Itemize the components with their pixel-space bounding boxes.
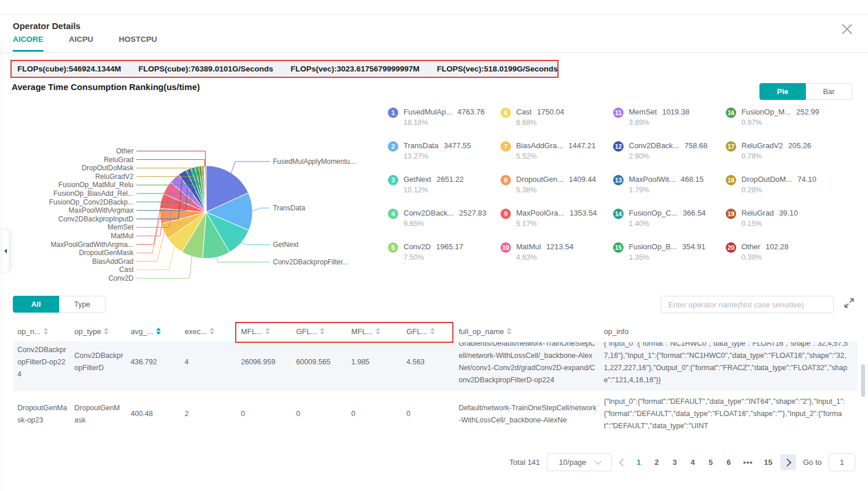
sort-up-caret — [320, 328, 325, 331]
legend-item[interactable]: 19ReluGrad39.100.15% — [726, 208, 859, 242]
column-header-op_n[interactable]: op_n... — [17, 327, 74, 336]
close-icon[interactable] — [840, 22, 854, 36]
legend-item[interactable]: 2TransData3477.5513.27% — [388, 141, 500, 174]
tab-aicpu[interactable]: AICPU — [69, 35, 93, 52]
legend-value: 354.91 — [682, 242, 705, 251]
legend-item[interactable]: 1FusedMulAp...4763.7618.18% — [388, 107, 500, 141]
page-ellipsis: ••• — [743, 458, 753, 467]
legend-item[interactable]: 20Other102.280.39% — [726, 242, 859, 275]
legend-name: MaxPoolWit... — [629, 175, 675, 184]
legend-rank-badge: 10 — [500, 242, 511, 253]
pie-chart[interactable]: OtherReluGradDropOutDoMaskReluGradV2Fusi… — [6, 102, 383, 293]
goto-page-input[interactable] — [829, 453, 855, 471]
search-input[interactable] — [661, 296, 834, 313]
pie-label-line — [136, 256, 192, 278]
sort-icon[interactable] — [104, 328, 109, 335]
sort-icon[interactable] — [210, 328, 214, 335]
tab-hostcpu[interactable]: HOSTCPU — [119, 35, 157, 52]
legend-item[interactable]: 10MatMul1213.544.63% — [500, 242, 613, 275]
table-scrollbar[interactable] — [861, 364, 865, 397]
sort-icon[interactable] — [430, 328, 435, 335]
page-number-6[interactable]: 6 — [725, 458, 732, 467]
legend-text: DropOutDoM...74.100.28% — [741, 174, 816, 194]
flops-item: FLOPS(vec):518.0199G/Seconds — [437, 64, 558, 73]
column-header-exec[interactable]: exec... — [185, 327, 241, 336]
legend-item[interactable]: 16FusionOp_M...252.990.97% — [726, 107, 859, 141]
pie-label: Other — [116, 147, 134, 155]
legend-item[interactable]: 14FusionOp_C...366.541.40% — [613, 208, 726, 242]
cell: 60009.565 — [296, 356, 351, 368]
column-header-avg_[interactable]: avg_... — [131, 327, 185, 336]
legend-item[interactable]: 18DropOutDoM...74.100.28% — [726, 174, 859, 208]
page-number-2[interactable]: 2 — [653, 458, 660, 467]
legend-text: FusionOp_B...354.911.35% — [629, 242, 705, 261]
legend-name-value: MatMul1213.54 — [516, 242, 574, 252]
page-size-select[interactable]: 10/page — [547, 453, 612, 471]
legend-item[interactable]: 17ReluGradV2205.260.78% — [726, 141, 859, 174]
chart-pie-button[interactable]: Pie — [759, 83, 806, 100]
legend-item[interactable]: 15FusionOp_B...354.911.35% — [613, 242, 726, 275]
fullscreen-icon[interactable] — [844, 298, 854, 308]
page-number-3[interactable]: 3 — [671, 458, 678, 467]
legend-item[interactable]: 5Conv2D1965.177.50% — [388, 242, 500, 275]
page-number-1[interactable]: 1 — [635, 458, 642, 467]
sort-icon[interactable] — [320, 328, 325, 335]
legend-item[interactable]: 6Cast1750.046.68% — [500, 107, 613, 141]
cell: Gradients/Default/network-TrainOneStepCe… — [459, 342, 604, 386]
legend-item[interactable]: 13MaxPoolWit...468.151.79% — [613, 174, 726, 208]
page-number-5[interactable]: 5 — [707, 458, 714, 467]
sort-icon[interactable] — [156, 328, 161, 335]
legend-percent: 5.52% — [516, 152, 596, 160]
legend-item[interactable]: 3GetNext2651.2210.12% — [388, 174, 500, 208]
legend-name: Cast — [516, 107, 532, 116]
legend-name: DropOutDoM... — [741, 175, 792, 184]
legend-value: 39.10 — [779, 209, 798, 217]
legend-percent: 5.38% — [516, 186, 596, 194]
legend-item[interactable]: 8DropoutGen...1409.445.38% — [500, 174, 613, 208]
filter-all-button[interactable]: All — [13, 296, 59, 313]
filter-type-button[interactable]: Type — [59, 296, 106, 313]
next-page-button[interactable] — [780, 454, 796, 470]
cell: 26096.959 — [241, 356, 296, 368]
page-number-15[interactable]: 15 — [764, 458, 772, 467]
sort-down-caret — [156, 332, 161, 335]
sort-icon[interactable] — [507, 328, 512, 335]
legend-item[interactable]: 4Conv2DBack...2527.839.65% — [388, 208, 500, 242]
legend-column: 6Cast1750.046.68%7BiasAddGra...1447.215.… — [500, 107, 613, 275]
page-number-4[interactable]: 4 — [689, 458, 696, 467]
sort-down-caret — [320, 332, 325, 335]
sort-icon[interactable] — [44, 328, 48, 335]
column-header-op_type[interactable]: op_type — [74, 327, 131, 336]
column-header-MFL[interactable]: MFL... — [351, 327, 406, 336]
goto-label: Go to — [803, 458, 822, 467]
legend-value: 1750.04 — [537, 107, 564, 116]
prev-page-button[interactable] — [619, 460, 627, 465]
chart-bar-button[interactable]: Bar — [806, 83, 852, 100]
legend-rank-badge: 20 — [726, 242, 736, 253]
legend-item[interactable]: 12Conv2DBack...758.682.90% — [613, 141, 726, 174]
tab-bar-divider — [0, 52, 868, 53]
legend-item[interactable]: 9MaxPoolGra...1353.545.17% — [500, 208, 613, 242]
legend-name-value: FusionOp_C...366.54 — [629, 208, 706, 218]
legend-name: ReluGrad — [741, 209, 774, 217]
pie-label: BiasAddGrad — [92, 257, 134, 266]
column-header-GFL[interactable]: GFL... — [296, 327, 351, 336]
legend-value: 468.15 — [680, 175, 704, 184]
pie-label: Conv2DBackpropInputD — [59, 215, 134, 223]
tab-aicore[interactable]: AICORE — [13, 35, 44, 52]
legend-item[interactable]: 11MemSet1019.383.89% — [613, 107, 726, 141]
legend-rank-badge: 2 — [388, 141, 398, 152]
column-header-GFL[interactable]: GFL... — [406, 327, 459, 336]
sort-icon[interactable] — [376, 328, 380, 335]
pie-label: GetNext — [273, 241, 299, 249]
legend-item[interactable]: 7BiasAddGra...1447.215.52% — [500, 141, 613, 174]
legend-name-value: MaxPoolWit...468.15 — [629, 174, 704, 184]
column-header-MFL[interactable]: MFL... — [241, 327, 296, 336]
column-header-full_op_name[interactable]: full_op_name — [459, 327, 604, 336]
sort-icon[interactable] — [265, 328, 270, 335]
cell: 0 — [351, 408, 406, 420]
legend-text: FusionOp_M...252.990.97% — [741, 107, 819, 127]
legend-text: GetNext2651.2210.12% — [404, 174, 464, 194]
sort-up-caret — [44, 328, 48, 331]
legend-rank-badge: 6 — [500, 107, 511, 118]
